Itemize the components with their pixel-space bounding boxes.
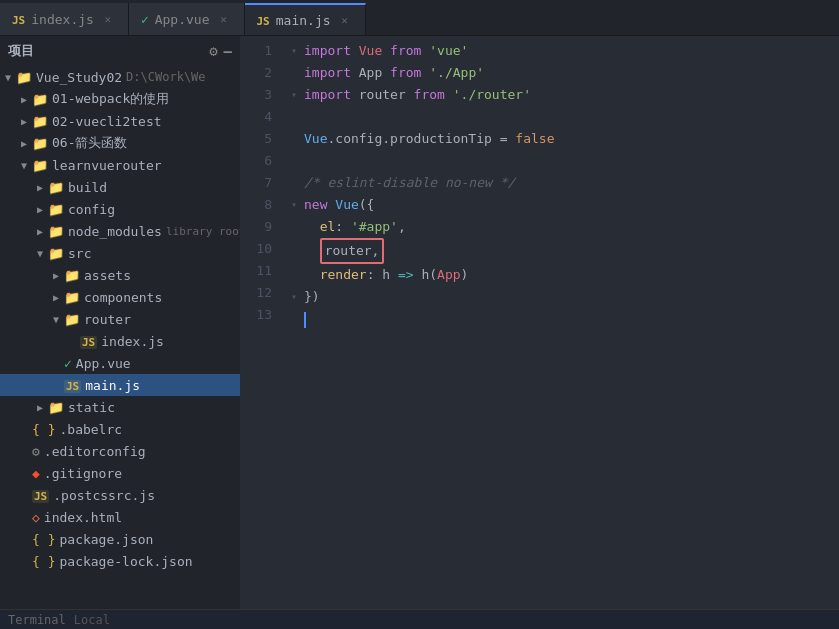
code-line-1: ▾import Vue from 'vue' (288, 40, 819, 62)
sidebar: 项目 ⚙ — ▼ 📁 Vue_Study02 D:\CWork\We ▶ 📁 0… (0, 36, 240, 609)
tree-item-label: main.js (85, 378, 140, 393)
terminal-label: Terminal (8, 613, 66, 627)
line-number: 4 (240, 106, 272, 128)
sidebar-header-icons: ⚙ — (209, 43, 232, 59)
tree-expand-arrow: ▶ (48, 270, 64, 281)
code-line-13 (288, 308, 819, 330)
sidebar-item-static[interactable]: ▶ 📁 static (0, 396, 240, 418)
folder-icon: 📁 (32, 114, 48, 129)
tree-item-label: .gitignore (44, 466, 122, 481)
tree-item-label: node_modules (68, 224, 162, 239)
file-icon-git: ◆ (32, 466, 40, 481)
code-text: Vue.config.productionTip = false (304, 128, 554, 150)
code-text: el: '#app', (304, 216, 406, 238)
code-text: import Vue from 'vue' (304, 40, 468, 62)
sidebar-item-06-arrow[interactable]: ▶ 📁 06-箭头函数 (0, 132, 240, 154)
tree-collapse-arrow: ▼ (16, 160, 32, 171)
sidebar-item-project-root[interactable]: ▼ 📁 Vue_Study02 D:\CWork\We (0, 66, 240, 88)
tab-label: App.vue (155, 12, 210, 27)
vue-file-icon: ✓ (141, 12, 149, 27)
tab-bar: JSindex.js✕✓App.vue✕JSmain.js✕ (0, 0, 839, 36)
code-text (304, 308, 306, 330)
tree-item-label: config (68, 202, 115, 217)
code-line-7: /* eslint-disable no-new */ (288, 172, 819, 194)
line-number: 3 (240, 84, 272, 106)
sidebar-item-learnvuerouter[interactable]: ▼ 📁 learnvuerouter (0, 154, 240, 176)
line-number: 12 (240, 282, 272, 304)
fold-arrow[interactable]: ▾ (288, 286, 300, 308)
sidebar-item-02-vuecli2test[interactable]: ▶ 📁 02-vuecli2test (0, 110, 240, 132)
folder-icon: 📁 (32, 136, 48, 151)
tree-item-label: .postcssrc.js (53, 488, 155, 503)
sidebar-item-app-vue-file[interactable]: ✓ App.vue (0, 352, 240, 374)
js-file-icon: JS (12, 12, 25, 27)
sidebar-item-postcssrc-js[interactable]: JS .postcssrc.js (0, 484, 240, 506)
sidebar-item-router[interactable]: ▼ 📁 router (0, 308, 240, 330)
tree-expand-arrow: ▶ (32, 204, 48, 215)
js-icon: JS (32, 490, 49, 503)
sidebar-item-config[interactable]: ▶ 📁 config (0, 198, 240, 220)
tab-close-button[interactable]: ✕ (216, 11, 232, 27)
folder-icon: 📁 (48, 180, 64, 195)
folder-icon: 📁 (32, 92, 48, 107)
fold-arrow[interactable]: ▾ (288, 40, 300, 62)
cursor (304, 312, 306, 328)
tab-close-button[interactable]: ✕ (100, 11, 116, 27)
tab-app-vue[interactable]: ✓App.vue✕ (129, 3, 245, 35)
line-number: 5 (240, 128, 272, 150)
library-label: library root (166, 225, 240, 238)
minimize-icon[interactable]: — (224, 43, 232, 59)
tab-index-js[interactable]: JSindex.js✕ (0, 3, 129, 35)
sidebar-item-babelrc[interactable]: { } .babelrc (0, 418, 240, 440)
sidebar-item-build[interactable]: ▶ 📁 build (0, 176, 240, 198)
fold-arrow[interactable]: ▾ (288, 194, 300, 216)
code-line-6 (288, 150, 819, 172)
tree-item-label: package.json (59, 532, 153, 547)
tree-expand-arrow: ▶ (32, 226, 48, 237)
project-name: Vue_Study02 (36, 70, 122, 85)
code-text: new Vue({ (304, 194, 374, 216)
tree-item-label: index.html (44, 510, 122, 525)
file-icon-vue: ✓ (64, 356, 72, 371)
sidebar-item-package-lock-json[interactable]: { } package-lock.json (0, 550, 240, 572)
sidebar-item-package-json[interactable]: { } package.json (0, 528, 240, 550)
sidebar-item-main-js-file[interactable]: JS main.js (0, 374, 240, 396)
line-number: 9 (240, 216, 272, 238)
sidebar-item-assets[interactable]: ▶ 📁 assets (0, 264, 240, 286)
editor-area: 12345678910111213 ▾import Vue from 'vue'… (240, 36, 839, 609)
code-line-9: el: '#app', (288, 216, 819, 238)
code-line-4 (288, 106, 819, 128)
code-text: import App from './App' (304, 62, 484, 84)
sidebar-item-node_modules[interactable]: ▶ 📁 node_modules library root (0, 220, 240, 242)
code-container: 12345678910111213 ▾import Vue from 'vue'… (240, 36, 839, 609)
tree-item-label: src (68, 246, 91, 261)
sidebar-item-gitignore[interactable]: ◆ .gitignore (0, 462, 240, 484)
folder-icon: 📁 (64, 290, 80, 305)
terminal-bar: Terminal Local (0, 609, 839, 629)
file-icon-json: { } (32, 532, 55, 547)
sidebar-item-editorconfig[interactable]: ⚙ .editorconfig (0, 440, 240, 462)
js-icon: JS (80, 336, 97, 349)
folder-icon: 📁 (48, 246, 64, 261)
sidebar-item-src[interactable]: ▼ 📁 src (0, 242, 240, 264)
code-content[interactable]: ▾import Vue from 'vue'import App from '.… (288, 40, 839, 605)
code-text: }) (304, 286, 320, 308)
settings-icon[interactable]: ⚙ (209, 43, 217, 59)
code-text: /* eslint-disable no-new */ (304, 172, 515, 194)
sidebar-project-label: 项目 (8, 42, 34, 60)
tab-label: main.js (276, 13, 331, 28)
code-line-2: import App from './App' (288, 62, 819, 84)
sidebar-item-router-index-js[interactable]: JS index.js (0, 330, 240, 352)
sidebar-item-index-html[interactable]: ◇ index.html (0, 506, 240, 528)
line-number: 1 (240, 40, 272, 62)
tab-main-js[interactable]: JSmain.js✕ (245, 3, 366, 35)
folder-icon: 📁 (64, 312, 80, 327)
tree-expand-arrow: ▶ (16, 138, 32, 149)
sidebar-item-01-webpack[interactable]: ▶ 📁 01-webpack的使用 (0, 88, 240, 110)
sidebar-item-components[interactable]: ▶ 📁 components (0, 286, 240, 308)
html-icon: ◇ (32, 510, 40, 525)
fold-arrow[interactable]: ▾ (288, 84, 300, 106)
line-number: 10 (240, 238, 272, 260)
tab-close-button[interactable]: ✕ (337, 12, 353, 28)
project-folder-icon: 📁 (16, 70, 32, 85)
